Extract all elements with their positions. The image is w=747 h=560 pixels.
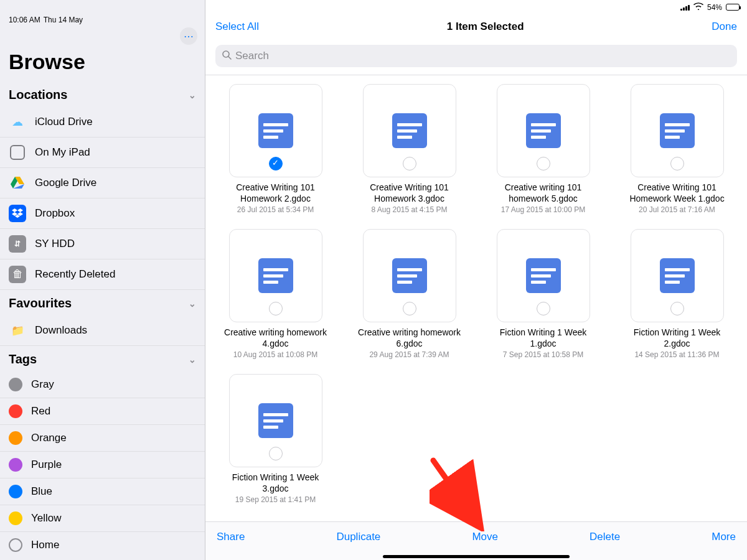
bottom-toolbar: Share Duplicate Move Delete More (205, 521, 747, 560)
sidebar-tag-yellow[interactable]: Yellow (0, 505, 205, 532)
gdoc-icon (258, 403, 293, 438)
file-name: Fiction Writing 1 Week 3.gdoc (224, 472, 327, 494)
gdoc-icon (660, 113, 695, 148)
file-thumbnail[interactable] (229, 84, 322, 177)
trash-icon: 🗑 (9, 266, 26, 283)
file-tile[interactable]: Fiction Writing 1 Week 3.gdoc19 Sep 2015… (224, 374, 327, 504)
dropbox-icon (9, 205, 26, 222)
done-button[interactable]: Done (712, 21, 737, 33)
file-name: Fiction Writing 1 Week 1.gdoc (492, 327, 594, 349)
file-thumbnail[interactable] (229, 229, 322, 322)
file-thumbnail[interactable] (363, 229, 456, 322)
file-thumbnail[interactable] (631, 229, 724, 322)
file-tile[interactable]: Creative Writing 101 Homework 2.gdoc26 J… (224, 84, 327, 214)
file-tile[interactable]: Fiction Writing 1 Week 2.gdoc14 Sep 2015… (626, 229, 728, 359)
selection-title: 1 Item Selected (447, 21, 524, 33)
file-name: Fiction Writing 1 Week 2.gdoc (626, 327, 728, 349)
sidebar-tag-gray[interactable]: Gray (0, 371, 205, 398)
sidebar-item-label: Downloads (35, 324, 87, 337)
tag-dot-icon (9, 538, 22, 552)
search-placeholder: Search (235, 50, 269, 62)
sidebar-item-label: Dropbox (35, 207, 75, 220)
sidebar-item-dropbox[interactable]: Dropbox (0, 198, 205, 229)
file-date: 17 Aug 2015 at 10:00 PM (501, 205, 585, 214)
gdoc-icon (392, 113, 427, 148)
search-input[interactable]: Search (215, 45, 737, 67)
battery-icon (726, 4, 740, 11)
sidebar-item-label: Purple (31, 459, 62, 471)
sidebar-tag-red[interactable]: Red (0, 398, 205, 425)
locations-header[interactable]: Locations ⌄ (0, 82, 205, 107)
file-tile[interactable]: Creative writing 101 homework 5.gdoc17 A… (492, 84, 594, 214)
file-tile[interactable]: Creative Writing 101 Homework Week 1.gdo… (626, 84, 728, 214)
file-tile[interactable]: Fiction Writing 1 Week 1.gdoc7 Sep 2015 … (492, 229, 594, 359)
sidebar-more-button[interactable]: ⋯ (180, 27, 197, 45)
file-thumbnail[interactable] (229, 374, 322, 467)
move-button[interactable]: Move (472, 531, 498, 543)
tag-dot-icon (9, 378, 22, 391)
selection-checkbox[interactable] (670, 302, 684, 315)
sidebar-item-icloud[interactable]: ☁︎ iCloud Drive (0, 107, 205, 138)
selection-checkbox[interactable] (269, 447, 283, 460)
share-button[interactable]: Share (217, 531, 245, 543)
sidebar-item-onmyipad[interactable]: On My iPad (0, 138, 205, 168)
google-drive-icon (9, 174, 26, 192)
selection-checkbox[interactable] (403, 302, 416, 315)
favourites-header[interactable]: Favourites ⌄ (0, 290, 205, 315)
file-thumbnail[interactable] (497, 84, 590, 177)
delete-button[interactable]: Delete (590, 531, 620, 543)
tag-dot-icon (9, 404, 22, 418)
sidebar-item-recentlydeleted[interactable]: 🗑 Recently Deleted (0, 259, 205, 290)
sidebar-item-label: On My iPad (35, 146, 90, 159)
sidebar-item-label: Yellow (31, 512, 62, 525)
file-date: 7 Sep 2015 at 10:58 PM (503, 350, 583, 359)
sidebar-tag-purple[interactable]: Purple (0, 452, 205, 478)
sidebar-tag-orange[interactable]: Orange (0, 425, 205, 452)
sidebar-item-syhdd[interactable]: ⇵ SY HDD (0, 229, 205, 259)
sidebar-item-label: Gray (31, 378, 54, 391)
svg-marker-4 (17, 208, 23, 212)
sidebar-tag-blue[interactable]: Blue (0, 478, 205, 505)
statusbar-date: Thu 14 May (44, 16, 83, 24)
statusbar-right: 54% (680, 2, 740, 12)
sidebar-item-label: Home (31, 539, 59, 551)
file-thumbnail[interactable] (363, 84, 456, 177)
sidebar-item-googledrive[interactable]: Google Drive (0, 168, 205, 198)
cellular-icon (680, 4, 690, 11)
file-name: Creative Writing 101 Homework 2.gdoc (224, 182, 327, 204)
sidebar-tag-home[interactable]: Home (0, 532, 205, 558)
chevron-down-icon: ⌄ (189, 90, 196, 100)
status-bar: 10:06 AM Thu 14 May (0, 15, 205, 27)
file-thumbnail[interactable] (631, 84, 724, 177)
chevron-down-icon: ⌄ (189, 299, 196, 309)
tag-dot-icon (9, 458, 22, 472)
tag-dot-icon (9, 485, 22, 498)
wifi-icon (693, 2, 703, 12)
selection-checkbox[interactable] (269, 302, 283, 315)
select-all-button[interactable]: Select All (215, 21, 259, 33)
selection-checkbox[interactable] (537, 157, 550, 170)
selection-checkbox[interactable] (403, 157, 416, 170)
selection-checkbox[interactable] (670, 157, 684, 170)
file-tile[interactable]: Creative writing homework 6.gdoc29 Aug 2… (358, 229, 461, 359)
tags-header[interactable]: Tags ⌄ (0, 346, 205, 371)
sidebar-item-downloads[interactable]: 📁 Downloads (0, 315, 205, 346)
more-button[interactable]: More (712, 531, 736, 543)
file-date: 20 Jul 2015 at 7:16 AM (639, 205, 715, 214)
selection-checkbox[interactable] (269, 157, 283, 170)
file-tile[interactable]: Creative Writing 101 Homework 3.gdoc8 Au… (358, 84, 461, 214)
svg-line-9 (228, 57, 231, 59)
folder-icon: 📁 (9, 322, 26, 339)
file-thumbnail[interactable] (497, 229, 590, 322)
sidebar-item-label: Orange (31, 432, 67, 444)
selection-checkbox[interactable] (537, 302, 550, 315)
file-tile[interactable]: Creative writing homework 4.gdoc10 Aug 2… (224, 229, 327, 359)
ipad-icon (9, 144, 26, 161)
file-date: 19 Sep 2015 at 1:41 PM (235, 495, 316, 504)
home-indicator[interactable] (383, 555, 570, 558)
file-name: Creative writing 101 homework 5.gdoc (492, 182, 594, 204)
gdoc-icon (258, 258, 293, 293)
duplicate-button[interactable]: Duplicate (336, 531, 380, 543)
file-name: Creative Writing 101 Homework 3.gdoc (358, 182, 461, 204)
file-date: 8 Aug 2015 at 4:15 PM (371, 205, 447, 214)
